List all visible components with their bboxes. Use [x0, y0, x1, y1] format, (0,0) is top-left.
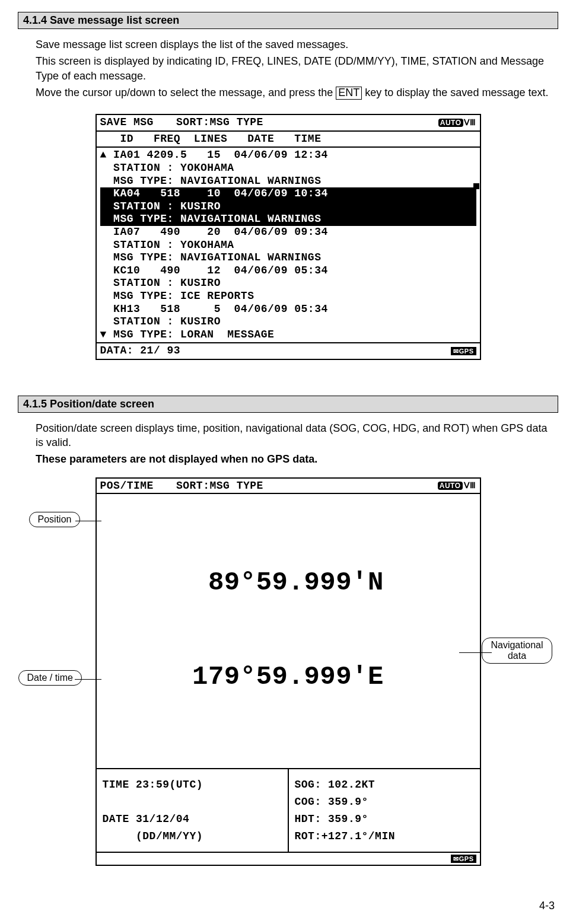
- gps-badge: ✉GPS: [451, 855, 476, 863]
- screen-header: SAVE MSG SORT:MSG TYPE AUTO ⅤⅢ: [97, 115, 480, 132]
- paragraph-415-1: Position/date screen displays time, posi…: [18, 421, 558, 450]
- latitude: 89°59.999'N: [99, 567, 478, 598]
- save-msg-screen: SAVE MSG SORT:MSG TYPE AUTO ⅤⅢ ID FREQ L…: [96, 114, 481, 360]
- list-row[interactable]: MSG TYPE: ICE REPORTS: [100, 290, 476, 303]
- position-date-screen: POS/TIME SORT:MSG TYPE AUTO ⅤⅢ 89°59.999…: [96, 477, 481, 866]
- message-list[interactable]: ▲ IA01 4209.5 15 04/06/09 12:34 STATION …: [97, 148, 480, 342]
- list-row[interactable]: MSG TYPE: NAVIGATIONAL WARNINGS: [100, 213, 476, 226]
- list-row[interactable]: ▼ MSG TYPE: LORAN MESSAGE: [100, 329, 476, 342]
- sort-label: SORT:MSG TYPE: [176, 116, 263, 129]
- sog-value: SOG: 102.2KT: [295, 776, 474, 794]
- mode-indicator: ⅤⅢ: [464, 118, 476, 128]
- list-row[interactable]: IA07 490 20 04/06/09 09:34: [100, 226, 476, 239]
- rot-value: ROT:+127.1°/MIN: [295, 828, 474, 845]
- callout-position: Position: [29, 512, 81, 527]
- mode-indicator: ⅤⅢ: [464, 480, 476, 490]
- paragraph-text: key to display the saved message text.: [362, 87, 548, 98]
- paragraph-414-3: Move the cursor up/down to select the me…: [18, 85, 558, 100]
- paragraph-415-2: These parameters are not displayed when …: [18, 452, 558, 466]
- callout-navdata: Navigational data: [482, 638, 552, 664]
- screen2-container: Position Date / time Navigational data P…: [96, 477, 481, 866]
- paragraph-414-2: This screen is displayed by indicating I…: [18, 54, 558, 83]
- auto-badge: AUTO: [438, 482, 463, 490]
- callout-line: [75, 521, 101, 521]
- hdt-value: HDT: 359.9°: [295, 811, 474, 828]
- position-display: 89°59.999'N 179°59.999'E: [97, 494, 480, 768]
- list-row[interactable]: STATION : YOKOHAMA: [100, 239, 476, 252]
- columns-text: ID FREQ LINES DATE TIME: [100, 133, 322, 145]
- list-row[interactable]: MSG TYPE: NAVIGATIONAL WARNINGS: [100, 251, 476, 265]
- ent-key: ENT: [336, 87, 362, 100]
- paragraph-414-1: Save message list screen displays the li…: [18, 37, 558, 52]
- cog-value: COG: 359.9°: [295, 794, 474, 811]
- date-value: DATE 31/12/04: [103, 811, 282, 828]
- column-header: ID FREQ LINES DATE TIME: [97, 132, 480, 148]
- list-row[interactable]: ▲ IA01 4209.5 15 04/06/09 12:34: [100, 149, 476, 162]
- list-row[interactable]: KA04 518 10 04/06/09 10:34: [100, 187, 476, 200]
- datetime-column: TIME 23:59(UTC) DATE 31/12/04 (DD/MM/YY): [97, 769, 289, 852]
- callout-line: [459, 652, 492, 653]
- section-heading-414: 4.1.4 Save message list screen: [18, 12, 558, 29]
- paragraph-text: Move the cursor up/down to select the me…: [36, 87, 336, 98]
- screen2-footer: ✉GPS: [97, 852, 480, 865]
- sort-label: SORT:MSG TYPE: [176, 480, 263, 492]
- list-row[interactable]: STATION : KUSIRO: [100, 316, 476, 329]
- nav-data-table: TIME 23:59(UTC) DATE 31/12/04 (DD/MM/YY)…: [97, 768, 480, 852]
- scrollbar[interactable]: [476, 148, 479, 342]
- list-row[interactable]: MSG TYPE: NAVIGATIONAL WARNINGS: [100, 175, 476, 188]
- callout-line: [75, 679, 101, 680]
- list-row[interactable]: KC10 490 12 04/06/09 05:34: [100, 265, 476, 278]
- screen-footer: DATA: 21/ 93 ✉GPS: [97, 342, 480, 359]
- page-number: 4-3: [539, 900, 555, 912]
- auto-badge: AUTO: [438, 119, 463, 127]
- list-row[interactable]: STATION : YOKOHAMA: [100, 162, 476, 175]
- list-row[interactable]: STATION : KUSIRO: [100, 277, 476, 290]
- list-row[interactable]: STATION : KUSIRO: [100, 200, 476, 214]
- screen-title: SAVE MSG: [100, 116, 154, 129]
- section-heading-415: 4.1.5 Position/date screen: [18, 396, 558, 413]
- callout-datetime: Date / time: [18, 670, 82, 686]
- data-counter: DATA: 21/ 93: [100, 345, 181, 358]
- longitude: 179°59.999'E: [99, 661, 478, 693]
- time-value: TIME 23:59(UTC): [103, 776, 282, 794]
- gps-badge: ✉GPS: [451, 347, 476, 355]
- date-format: (DD/MM/YY): [103, 828, 282, 845]
- list-row[interactable]: KH13 518 5 04/06/09 05:34: [100, 303, 476, 316]
- nav-column: SOG: 102.2KT COG: 359.9° HDT: 359.9° ROT…: [289, 769, 480, 852]
- screen2-header: POS/TIME SORT:MSG TYPE AUTO ⅤⅢ: [97, 479, 480, 494]
- screen2-title: POS/TIME: [100, 480, 154, 492]
